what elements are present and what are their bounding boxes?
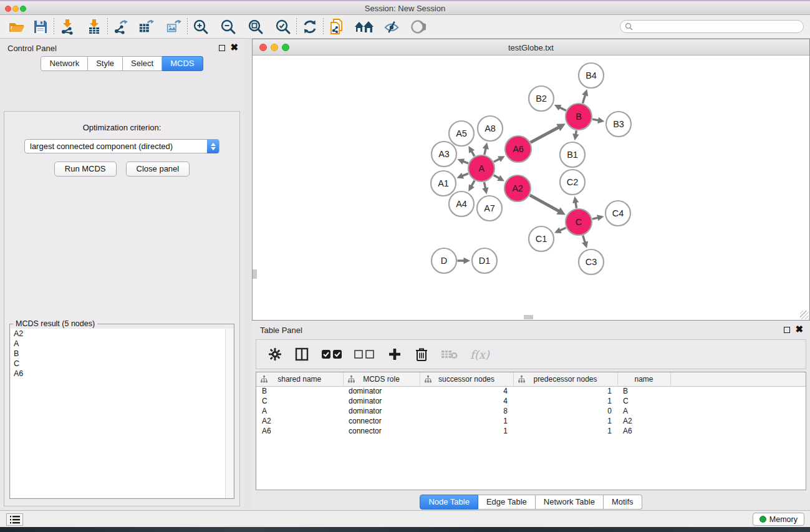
cell-predecessor-nodes[interactable]: 1: [513, 396, 617, 406]
import-network-button[interactable]: [59, 19, 75, 35]
cell-name[interactable]: C: [617, 396, 670, 406]
duplicate-network-button[interactable]: [329, 19, 345, 35]
cell-shared-name[interactable]: A6: [256, 426, 343, 436]
open-session-button[interactable]: [9, 19, 25, 35]
refresh-layout-button[interactable]: [302, 19, 318, 35]
edge-A-A7[interactable]: [484, 182, 485, 188]
deselect-all-button[interactable]: [354, 347, 375, 362]
memory-button[interactable]: Memory: [753, 513, 804, 526]
hide-selected-button[interactable]: [383, 19, 400, 35]
edge-A-A8[interactable]: [485, 148, 486, 155]
cell-MCDS-role[interactable]: dominator: [343, 406, 420, 416]
column-header-name[interactable]: name: [617, 372, 670, 386]
export-image-button[interactable]: [166, 19, 182, 35]
task-history-button[interactable]: [6, 513, 23, 526]
add-column-button[interactable]: [387, 347, 402, 362]
float-table-panel-icon[interactable]: [784, 327, 790, 333]
table-tab-node-table[interactable]: Node Table: [420, 495, 478, 510]
edge-A-A3[interactable]: [463, 162, 468, 163]
function-builder-button[interactable]: f(x): [470, 348, 489, 361]
close-panel-icon[interactable]: ✖: [230, 42, 238, 53]
cell-MCDS-role[interactable]: connector: [343, 426, 420, 436]
cell-name[interactable]: A: [617, 406, 670, 416]
export-table-button[interactable]: [138, 19, 155, 35]
tab-network[interactable]: Network: [41, 56, 88, 71]
cell-predecessor-nodes[interactable]: 1: [513, 426, 617, 436]
cell-successor-nodes[interactable]: 1: [420, 416, 513, 426]
cell-shared-name[interactable]: B: [256, 386, 343, 396]
cell-MCDS-role[interactable]: dominator: [343, 396, 420, 406]
mcds-result-item[interactable]: A2: [11, 329, 233, 339]
zoom-fit-button[interactable]: [248, 19, 264, 35]
cell-successor-nodes[interactable]: 8: [420, 406, 513, 416]
horizontal-scrollbar-thumb[interactable]: [524, 315, 533, 319]
table-row[interactable]: A2connector11A2: [256, 416, 806, 426]
resize-grip[interactable]: [800, 311, 809, 319]
edge-A-A6[interactable]: [494, 159, 499, 162]
first-neighbors-button[interactable]: [354, 19, 375, 35]
cell-name[interactable]: B: [617, 386, 670, 396]
mcds-result-item[interactable]: A6: [11, 369, 233, 379]
column-header-MCDS-role[interactable]: MCDS role: [343, 372, 420, 386]
edge-B-B1[interactable]: [576, 130, 576, 135]
split-columns-button[interactable]: [294, 347, 309, 362]
column-header-successor-nodes[interactable]: successor nodes: [420, 372, 513, 386]
float-panel-icon[interactable]: [219, 45, 225, 51]
vertical-scrollbar-thumb[interactable]: [253, 269, 257, 279]
cell-successor-nodes[interactable]: 4: [420, 396, 513, 406]
delete-table-button[interactable]: [441, 347, 458, 362]
table-row[interactable]: A6connector11A6: [256, 426, 806, 436]
cell-MCDS-role[interactable]: dominator: [343, 386, 420, 396]
export-network-button[interactable]: [113, 19, 129, 35]
column-header-predecessor-nodes[interactable]: predecessor nodes: [513, 372, 617, 386]
zoom-in-button[interactable]: [193, 19, 209, 35]
table-tab-motifs[interactable]: Motifs: [604, 495, 642, 510]
cell-successor-nodes[interactable]: 4: [420, 386, 513, 396]
run-mcds-button[interactable]: Run MCDS: [54, 162, 117, 177]
mcds-result-item[interactable]: C: [11, 359, 233, 369]
tab-style[interactable]: Style: [88, 56, 123, 71]
cell-predecessor-nodes[interactable]: 0: [513, 406, 617, 416]
zoom-out-button[interactable]: [220, 19, 236, 35]
mcds-result-list[interactable]: A2ABCA6: [11, 329, 233, 498]
edge-B-B3[interactable]: [592, 119, 599, 120]
table-row[interactable]: Adominator80A: [256, 406, 806, 416]
column-header-shared-name[interactable]: shared name: [256, 372, 343, 386]
cell-predecessor-nodes[interactable]: 1: [513, 416, 617, 426]
edge-A-A5[interactable]: [471, 151, 475, 156]
criterion-dropdown[interactable]: largest connected component (directed): [24, 139, 219, 153]
close-panel-button[interactable]: Close panel: [126, 162, 190, 177]
save-session-button[interactable]: [32, 19, 49, 35]
edge-A-A1[interactable]: [462, 173, 468, 176]
close-table-panel-icon[interactable]: ✖: [795, 324, 803, 335]
tab-select[interactable]: Select: [123, 56, 162, 71]
edge-A6-B[interactable]: [531, 127, 559, 142]
table-row[interactable]: Cdominator41C: [256, 396, 806, 406]
import-table-button[interactable]: [86, 19, 102, 35]
select-all-button[interactable]: [321, 347, 342, 362]
edge-A2-C[interactable]: [530, 195, 559, 211]
edge-C-C1[interactable]: [560, 228, 566, 230]
table-settings-button[interactable]: [268, 347, 282, 362]
mcds-result-item[interactable]: B: [11, 349, 233, 359]
edge-C-C4[interactable]: [592, 218, 598, 219]
cell-successor-nodes[interactable]: 1: [420, 426, 513, 436]
mcds-result-item[interactable]: A: [11, 339, 233, 349]
table-tab-edge-table[interactable]: Edge Table: [478, 495, 536, 510]
search-input[interactable]: [633, 22, 803, 31]
cell-predecessor-nodes[interactable]: 1: [513, 386, 617, 396]
edge-C-C3[interactable]: [583, 235, 586, 243]
cell-name[interactable]: A6: [617, 426, 670, 436]
edge-A-A2[interactable]: [494, 175, 499, 178]
cell-shared-name[interactable]: A: [256, 406, 343, 416]
edge-B-B2[interactable]: [559, 107, 566, 110]
cell-shared-name[interactable]: C: [256, 396, 343, 406]
edge-A-A4[interactable]: [471, 181, 475, 186]
zoom-selected-button[interactable]: [275, 19, 291, 35]
cell-name[interactable]: A2: [617, 416, 670, 426]
network-graph[interactable]: B4B2BB3A5A8A6B1A3AC2A1A2A4A7C4CC1C3DD1: [253, 56, 809, 320]
tab-mcds[interactable]: MCDS: [162, 56, 203, 71]
edge-B-B4[interactable]: [583, 95, 586, 103]
network-canvas[interactable]: B4B2BB3A5A8A6B1A3AC2A1A2A4A7C4CC1C3DD1: [253, 56, 809, 320]
cell-MCDS-role[interactable]: connector: [343, 416, 420, 426]
